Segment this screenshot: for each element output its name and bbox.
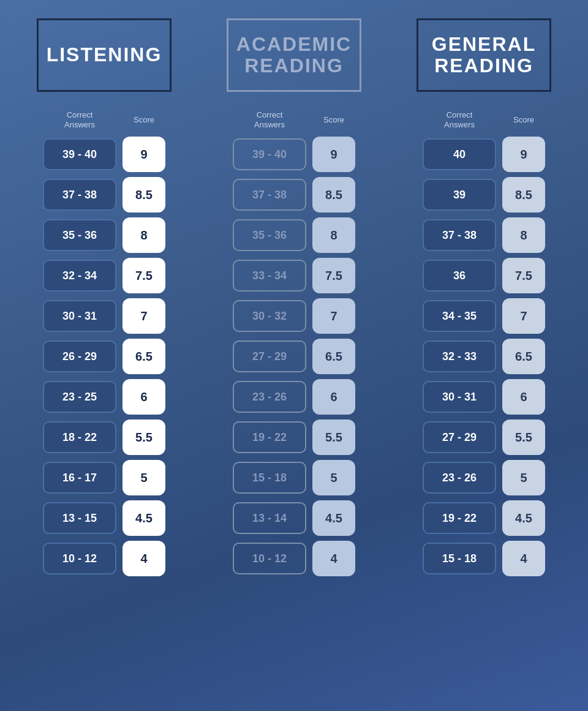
- score-row-listening-9: 13 - 154.5: [18, 500, 190, 536]
- score-row-academic-4: 30 - 327: [208, 298, 380, 334]
- score-bubble-listening-0: 9: [123, 137, 165, 172]
- score-row-general-8: 23 - 265: [398, 460, 570, 495]
- score-bubble-general-7: 5.5: [502, 419, 545, 455]
- answers-pill-general-10: 15 - 18: [423, 543, 496, 574]
- score-row-general-3: 367.5: [398, 258, 570, 293]
- answers-pill-academic-3: 33 - 34: [233, 260, 306, 292]
- score-bubble-academic-6: 6: [312, 379, 355, 415]
- score-bubble-listening-8: 5: [123, 460, 165, 495]
- score-row-general-10: 15 - 184: [398, 541, 570, 576]
- answers-pill-general-2: 37 - 38: [423, 219, 496, 251]
- score-row-general-1: 398.5: [398, 177, 570, 213]
- score-bubble-general-5: 6.5: [502, 339, 545, 374]
- answers-pill-academic-2: 35 - 36: [233, 219, 306, 251]
- score-bubble-general-2: 8: [502, 217, 545, 253]
- answers-pill-listening-1: 37 - 38: [43, 179, 116, 211]
- score-row-academic-8: 15 - 185: [208, 460, 380, 495]
- score-header-listening: Score: [123, 115, 165, 125]
- score-row-listening-7: 18 - 225.5: [18, 419, 190, 455]
- score-bubble-general-10: 4: [502, 541, 545, 576]
- answers-pill-listening-10: 10 - 12: [43, 543, 116, 574]
- score-row-listening-6: 23 - 256: [18, 379, 190, 415]
- title-box-academic: ACADEMIC READING: [227, 18, 361, 92]
- score-row-academic-9: 13 - 144.5: [208, 500, 380, 536]
- score-row-general-5: 32 - 336.5: [398, 339, 570, 374]
- answers-pill-academic-1: 37 - 38: [233, 179, 306, 211]
- score-bubble-general-0: 9: [502, 137, 545, 172]
- score-row-general-0: 409: [398, 137, 570, 172]
- score-bubble-general-1: 8.5: [502, 177, 545, 213]
- title-text-general: GENERAL READING: [432, 34, 536, 77]
- score-row-general-9: 19 - 224.5: [398, 500, 570, 536]
- score-header-general: Score: [502, 115, 545, 125]
- score-row-listening-1: 37 - 388.5: [18, 177, 190, 213]
- score-bubble-listening-1: 8.5: [123, 177, 165, 213]
- score-row-listening-8: 16 - 175: [18, 460, 190, 495]
- score-row-academic-3: 33 - 347.5: [208, 258, 380, 293]
- column-academic: ACADEMIC READINGCorrect AnswersScore39 -…: [208, 18, 380, 581]
- score-bubble-general-4: 7: [502, 298, 545, 334]
- score-row-general-4: 34 - 357: [398, 298, 570, 334]
- answers-pill-listening-8: 16 - 17: [43, 462, 116, 494]
- correct-header-general: Correct Answers: [423, 110, 496, 129]
- answers-pill-general-5: 32 - 33: [423, 340, 496, 372]
- score-row-academic-6: 23 - 266: [208, 379, 380, 415]
- answers-pill-general-8: 23 - 26: [423, 462, 496, 494]
- answers-pill-general-3: 36: [423, 260, 496, 292]
- answers-pill-general-0: 40: [423, 138, 496, 170]
- score-bubble-academic-3: 7.5: [312, 258, 355, 293]
- score-bubble-general-3: 7.5: [502, 258, 545, 293]
- score-bubble-listening-10: 4: [123, 541, 165, 576]
- score-bubble-listening-6: 6: [123, 379, 165, 415]
- answers-pill-general-7: 27 - 29: [423, 421, 496, 453]
- score-row-listening-5: 26 - 296.5: [18, 339, 190, 374]
- answers-pill-listening-6: 23 - 25: [43, 381, 116, 413]
- score-bubble-academic-8: 5: [312, 460, 355, 495]
- column-listening: LISTENINGCorrect AnswersScore39 - 40937 …: [18, 18, 190, 581]
- score-bubble-general-6: 6: [502, 379, 545, 415]
- score-bubble-listening-9: 4.5: [123, 500, 165, 536]
- score-bubble-listening-3: 7.5: [123, 258, 165, 293]
- score-row-academic-0: 39 - 409: [208, 137, 380, 172]
- title-box-general: GENERAL READING: [417, 18, 551, 92]
- score-bubble-academic-5: 6.5: [312, 339, 355, 374]
- score-row-academic-1: 37 - 388.5: [208, 177, 380, 213]
- score-bubble-general-9: 4.5: [502, 500, 545, 536]
- score-row-academic-10: 10 - 124: [208, 541, 380, 576]
- answers-pill-academic-10: 10 - 12: [233, 543, 306, 574]
- score-bubble-academic-7: 5.5: [312, 419, 355, 455]
- title-box-listening: LISTENING: [37, 18, 172, 92]
- headers-general: Correct AnswersScore: [398, 110, 570, 129]
- answers-pill-listening-4: 30 - 31: [43, 300, 116, 332]
- title-text-listening: LISTENING: [47, 44, 162, 66]
- score-table: LISTENINGCorrect AnswersScore39 - 40937 …: [12, 18, 576, 581]
- score-bubble-listening-5: 6.5: [123, 339, 165, 374]
- answers-pill-general-1: 39: [423, 179, 496, 211]
- score-row-listening-4: 30 - 317: [18, 298, 190, 334]
- score-bubble-academic-0: 9: [312, 137, 355, 172]
- column-general: GENERAL READINGCorrect AnswersScore40939…: [398, 18, 570, 581]
- answers-pill-academic-0: 39 - 40: [233, 138, 306, 170]
- score-row-listening-3: 32 - 347.5: [18, 258, 190, 293]
- answers-pill-general-4: 34 - 35: [423, 300, 496, 332]
- score-bubble-academic-1: 8.5: [312, 177, 355, 213]
- score-row-listening-2: 35 - 368: [18, 217, 190, 253]
- score-row-academic-2: 35 - 368: [208, 217, 380, 253]
- score-row-academic-7: 19 - 225.5: [208, 419, 380, 455]
- answers-pill-general-6: 30 - 31: [423, 381, 496, 413]
- answers-pill-general-9: 19 - 22: [423, 502, 496, 534]
- answers-pill-academic-4: 30 - 32: [233, 300, 306, 332]
- score-bubble-academic-4: 7: [312, 298, 355, 334]
- score-row-academic-5: 27 - 296.5: [208, 339, 380, 374]
- score-bubble-academic-9: 4.5: [312, 500, 355, 536]
- answers-pill-listening-7: 18 - 22: [43, 421, 116, 453]
- answers-pill-academic-5: 27 - 29: [233, 340, 306, 372]
- answers-pill-listening-2: 35 - 36: [43, 219, 116, 251]
- score-bubble-academic-10: 4: [312, 541, 355, 576]
- score-row-general-7: 27 - 295.5: [398, 419, 570, 455]
- score-bubble-listening-7: 5.5: [123, 419, 165, 455]
- answers-pill-academic-9: 13 - 14: [233, 502, 306, 534]
- score-bubble-general-8: 5: [502, 460, 545, 495]
- score-bubble-listening-4: 7: [123, 298, 165, 334]
- answers-pill-listening-5: 26 - 29: [43, 340, 116, 372]
